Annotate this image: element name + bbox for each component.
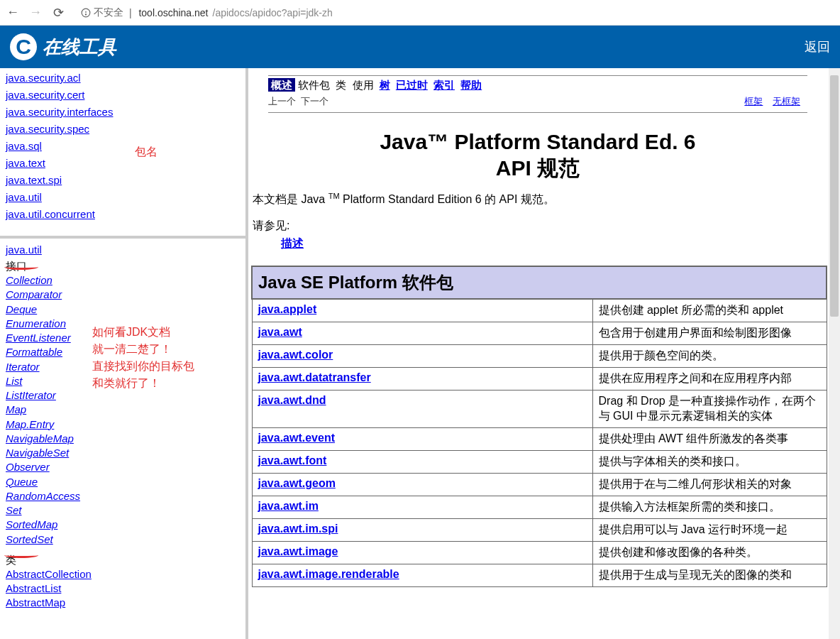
interface-link[interactable]: Deque <box>6 302 240 317</box>
interface-link[interactable]: SortedMap <box>6 518 240 532</box>
annotation-pkg-name: 包名 <box>135 145 158 160</box>
interface-link[interactable]: Set <box>6 503 240 518</box>
table-row: java.awt.event提供处理由 AWT 组件所激发的各类事 <box>252 428 827 451</box>
package-desc: 提供用于颜色空间的类。 <box>592 345 827 368</box>
table-row: java.awt.geom提供用于在与二维几何形状相关的对象 <box>252 474 827 496</box>
url-host: tool.oschina.net <box>138 7 208 18</box>
class-link[interactable]: AbstractCollection <box>6 567 240 581</box>
interface-link[interactable]: RandomAccess <box>6 489 240 503</box>
interface-link[interactable]: Queue <box>6 475 240 489</box>
package-link[interactable]: java.security.acl <box>6 70 240 87</box>
nav-use: 使用 <box>353 79 374 91</box>
interface-link[interactable]: Collection <box>6 273 240 288</box>
package-table-link[interactable]: java.awt.image <box>258 545 338 557</box>
table-row: java.awt.datatransfer提供在应用程序之间和在应用程序内部 <box>252 368 827 390</box>
package-table-link[interactable]: java.applet <box>258 303 317 315</box>
package-desc: 提供创建和修改图像的各种类。 <box>592 542 827 564</box>
forward-icon[interactable]: → <box>28 6 43 20</box>
nav-prev: 上一个 <box>268 96 296 106</box>
package-link[interactable]: java.sql <box>6 138 240 155</box>
red-underline-icon <box>4 264 38 270</box>
nav-next: 下一个 <box>301 96 328 106</box>
package-table-link[interactable]: java.awt <box>258 326 302 338</box>
class-link[interactable]: AbstractMap <box>6 596 240 610</box>
nav-help[interactable]: 帮助 <box>460 79 482 91</box>
url-path: /apidocs/apidoc?api=jdk-zh <box>213 7 333 18</box>
table-row: java.awt.image.renderable提供用于生成与呈现无关的图像的… <box>252 564 827 587</box>
classes-heading: 类 <box>6 554 240 567</box>
package-link[interactable]: java.security.interfaces <box>6 104 240 121</box>
package-link[interactable]: java.util.concurrent <box>6 206 240 223</box>
api-title: Java™ Platform Standard Ed. 6 API 规范 <box>248 130 827 183</box>
table-row: java.awt.color提供用于颜色空间的类。 <box>252 345 827 368</box>
package-desc: 提供与字体相关的类和接口。 <box>592 451 827 474</box>
package-table-link[interactable]: java.awt.image.renderable <box>258 568 399 580</box>
interface-link[interactable]: Map <box>6 403 240 417</box>
header-back-link[interactable]: 返回 <box>805 38 830 55</box>
nav-tree[interactable]: 树 <box>380 79 390 91</box>
nav-index[interactable]: 索引 <box>433 79 455 91</box>
address-bar[interactable]: 不安全 | tool.oschina.net/apidocs/apidoc?ap… <box>74 6 834 19</box>
table-row: java.applet提供创建 applet 所必需的类和 applet <box>252 299 827 322</box>
see-also-link[interactable]: 描述 <box>281 236 827 251</box>
table-row: java.awt包含用于创建用户界面和绘制图形图像 <box>252 322 827 345</box>
current-package-link[interactable]: java.util <box>6 241 240 258</box>
site-header: C 在线工具 返回 <box>0 26 840 68</box>
classes-frame[interactable]: java.util 接口 CollectionComparatorDequeEn… <box>0 239 245 639</box>
scrollbar-thumb[interactable] <box>830 75 839 317</box>
package-desc: 提供用于生成与呈现无关的图像的类和 <box>592 564 827 587</box>
package-link[interactable]: java.text.spi <box>6 172 240 189</box>
package-table-link[interactable]: java.awt.event <box>258 432 336 444</box>
package-desc: 提供输入方法框架所需的类和接口。 <box>592 496 827 519</box>
nav-class: 类 <box>336 79 346 91</box>
table-row: java.awt.dndDrag 和 Drop 是一种直接操作动作，在两个与 G… <box>252 390 827 428</box>
insecure-label: 不安全 <box>94 6 123 19</box>
package-table-link[interactable]: java.awt.font <box>258 454 327 466</box>
nav-deprecated[interactable]: 已过时 <box>396 79 428 91</box>
package-desc: 包含用于创建用户界面和绘制图形图像 <box>592 322 827 345</box>
nav-noframes[interactable]: 无框架 <box>773 96 800 106</box>
interface-link[interactable]: SortedSet <box>6 532 240 547</box>
nav-package: 软件包 <box>298 79 330 91</box>
packages-table: Java SE Platform 软件包 java.applet提供创建 app… <box>251 266 827 587</box>
interfaces-heading: 接口 <box>6 260 240 273</box>
package-link[interactable]: java.security.cert <box>6 87 240 104</box>
back-icon[interactable]: ← <box>6 6 20 20</box>
package-table-link[interactable]: java.awt.color <box>258 349 333 361</box>
see-also: 请参见: 描述 <box>253 219 827 251</box>
interface-link[interactable]: Map.Entry <box>6 417 240 432</box>
nav-frames[interactable]: 框架 <box>744 96 763 106</box>
package-desc: 提供在应用程序之间和在应用程序内部 <box>592 368 827 390</box>
table-row: java.awt.im提供输入方法框架所需的类和接口。 <box>252 496 827 519</box>
table-row: java.awt.font提供与字体相关的类和接口。 <box>252 451 827 474</box>
browser-toolbar: ← → ⟳ 不安全 | tool.oschina.net/apidocs/api… <box>0 0 840 26</box>
package-table-link[interactable]: java.awt.im.spi <box>258 523 338 535</box>
site-title: 在线工具 <box>43 35 116 60</box>
interface-link[interactable]: Comparator <box>6 288 240 302</box>
annotation-howto: 如何看JDK文档 就一清二楚了！ 直接找到你的目标包 和类就行了！ <box>92 324 194 392</box>
reload-icon[interactable]: ⟳ <box>51 6 65 20</box>
interface-link[interactable]: NavigableSet <box>6 446 240 460</box>
logo-icon[interactable]: C <box>10 33 37 60</box>
table-row: java.awt.image提供创建和修改图像的各种类。 <box>252 542 827 564</box>
svg-point-2 <box>85 13 86 14</box>
table-row: java.awt.im.spi提供启用可以与 Java 运行时环境一起 <box>252 519 827 542</box>
interface-link[interactable]: Observer <box>6 460 240 474</box>
package-link[interactable]: java.util <box>6 189 240 206</box>
package-link[interactable]: java.security.spec <box>6 121 240 138</box>
package-desc: 提供启用可以与 Java 运行时环境一起 <box>592 519 827 542</box>
interface-link[interactable]: NavigableMap <box>6 432 240 446</box>
package-desc: Drag 和 Drop 是一种直接操作动作，在两个与 GUI 中显示元素逻辑相关… <box>592 390 827 428</box>
package-table-link[interactable]: java.awt.datatransfer <box>258 371 371 383</box>
package-table-link[interactable]: java.awt.geom <box>258 477 336 489</box>
main-frame[interactable]: 概述 软件包 类 使用 树 已过时 索引 帮助 上一个 下一个 框架 <box>248 68 840 639</box>
package-table-link[interactable]: java.awt.dnd <box>258 394 326 406</box>
packages-frame[interactable]: java.security.acljava.security.certjava.… <box>0 68 245 239</box>
class-link[interactable]: AbstractList <box>6 581 240 596</box>
package-desc: 提供创建 applet 所必需的类和 applet <box>592 299 827 322</box>
nav-overview[interactable]: 概述 <box>268 78 295 92</box>
package-link[interactable]: java.text <box>6 155 240 172</box>
doc-nav-bar: 概述 软件包 类 使用 树 已过时 索引 帮助 上一个 下一个 框架 <box>268 75 807 113</box>
package-table-link[interactable]: java.awt.im <box>258 500 319 512</box>
package-desc: 提供处理由 AWT 组件所激发的各类事 <box>592 428 827 451</box>
